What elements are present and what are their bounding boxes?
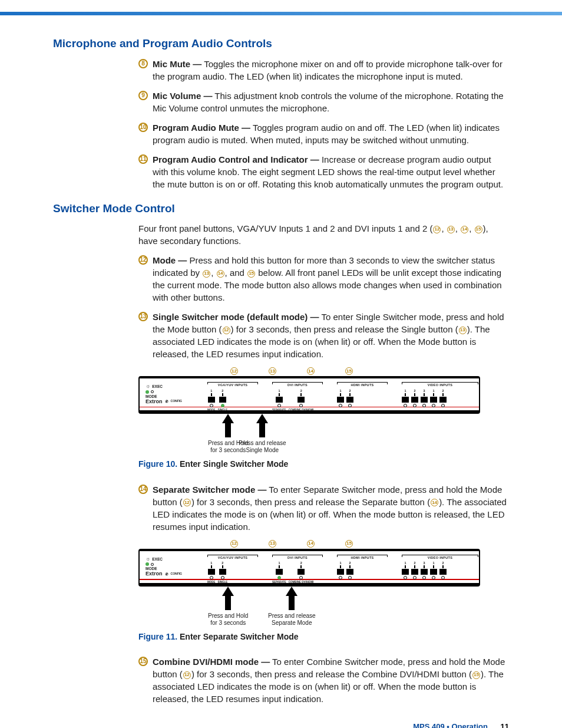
item-8: 8 Mic Mute — Toggles the microphone mixe… bbox=[138, 58, 509, 83]
brand-text: Extron bbox=[146, 398, 163, 406]
ref-14b: 14 bbox=[217, 270, 224, 278]
exec-block: ☼EXEC MODE bbox=[146, 383, 163, 399]
ref-13: 13 bbox=[447, 226, 455, 233]
arrow-single: Press and releaseSingle Mode bbox=[239, 414, 286, 454]
item-13: 13 Single Switcher mode (default mode) —… bbox=[138, 311, 509, 360]
brand-block-2: Extron ⎚ CONFIG bbox=[146, 570, 182, 578]
badge-8: 8 bbox=[138, 59, 148, 68]
intro-pre: Four front panel buttons, VGA/YUV Inputs… bbox=[138, 223, 432, 233]
co-14: 14 bbox=[307, 367, 315, 375]
ref-12b: 12 bbox=[223, 327, 230, 334]
front-panel-2: ☼EXEC MODE Extron ⎚ CONFIG VGA/YUV INPUT… bbox=[138, 549, 480, 587]
badge-9: 9 bbox=[138, 91, 148, 100]
ref-13c: 13 bbox=[459, 327, 467, 334]
term-prog-ctrl: Program Audio Control and Indicator — bbox=[153, 154, 319, 164]
arrow-hold-2: Press and Holdfor 3 seconds bbox=[208, 587, 248, 627]
figure-11-caption: Figure 11. Enter Separate Switcher Mode bbox=[138, 631, 509, 643]
body-comb-b: ) for 3 seconds, then press and release … bbox=[191, 669, 472, 679]
co2-14: 14 bbox=[307, 540, 315, 548]
badge-14: 14 bbox=[138, 485, 148, 494]
item-15: 15 Combine DVI/HDMI mode — To enter Comb… bbox=[138, 655, 509, 705]
co-13: 13 bbox=[269, 367, 276, 375]
ref-14c: 14 bbox=[431, 499, 438, 506]
ref-15b: 15 bbox=[247, 270, 255, 278]
brightness-icon-2: ☼ bbox=[146, 555, 150, 563]
intro-paragraph: Four front panel buttons, VGA/YUV Inputs… bbox=[138, 222, 509, 247]
body-mic-mute: Toggles the microphone mixer on and off … bbox=[153, 59, 503, 81]
item-10: 10 Program Audio Mute — Toggles program … bbox=[138, 121, 509, 146]
grp-video-label: VIDEO INPUTS bbox=[402, 382, 478, 388]
header-stripe bbox=[0, 12, 562, 15]
term-prog-mute: Program Audio Mute — bbox=[153, 123, 250, 133]
item-9: 9 Mic Volume — This adjustment knob cont… bbox=[138, 90, 509, 114]
co2-12: 12 bbox=[230, 540, 238, 548]
anchor-icon-2: ⎚ bbox=[166, 571, 168, 577]
badge-15: 15 bbox=[138, 657, 148, 666]
figure-10-diagram: 12 13 14 15 ☼EXEC MODE Extron ⎚ CONFIG V… bbox=[138, 367, 480, 450]
term-mode: Mode — bbox=[153, 255, 187, 265]
anchor-icon: ⎚ bbox=[166, 398, 168, 404]
ref-12c: 12 bbox=[183, 499, 191, 506]
term-single: Single Switcher mode (default mode) — bbox=[153, 312, 319, 322]
footer-doc: MPS 409 • Operation bbox=[413, 722, 488, 728]
front-panel: ☼EXEC MODE Extron ⎚ CONFIG VGA/YUV INPUT… bbox=[138, 376, 480, 414]
exec-led-off bbox=[151, 390, 154, 393]
body-single-b: ) for 3 seconds, then press and release … bbox=[231, 324, 458, 334]
footer-page: 11 bbox=[501, 722, 509, 728]
co-15: 15 bbox=[345, 367, 353, 375]
ref-13b: 13 bbox=[203, 270, 210, 278]
body-sep-b: ) for 3 seconds, then press and release … bbox=[191, 497, 430, 507]
exec-block-2: ☼EXEC MODE bbox=[146, 555, 163, 572]
config-label: CONFIG bbox=[171, 399, 182, 403]
brand-block: Extron ⎚ CONFIG bbox=[146, 398, 182, 406]
term-mic-vol: Mic Volume — bbox=[153, 91, 212, 101]
item-12: 12 Mode — Press and hold this button for… bbox=[138, 254, 509, 304]
page-footer: MPS 409 • Operation 11 bbox=[53, 722, 509, 728]
arrow-separate: Press and releaseSeparate Mode bbox=[268, 587, 316, 627]
ref-12: 12 bbox=[433, 226, 441, 233]
heading-mic-controls: Microphone and Program Audio Controls bbox=[53, 36, 509, 52]
ref-14: 14 bbox=[461, 226, 468, 233]
heading-switcher-mode: Switcher Mode Control bbox=[53, 201, 509, 217]
badge-12: 12 bbox=[138, 255, 148, 265]
item-14: 14 Separate Switcher mode — To enter Sep… bbox=[138, 483, 509, 533]
term-mic-mute: Mic Mute — bbox=[153, 59, 201, 69]
grp-dvi-label: DVI INPUTS bbox=[272, 382, 323, 388]
brightness-icon: ☼ bbox=[146, 383, 150, 390]
grp-vga-label: VGA/YUV INPUTS bbox=[207, 382, 258, 388]
input-groups: VGA/YUV INPUTS 1MODE 2SINGLE DVI INPUTS … bbox=[207, 382, 474, 411]
badge-10: 10 bbox=[138, 123, 148, 132]
term-separate: Separate Switcher mode — bbox=[153, 485, 266, 495]
grp-hdmi-label: HDMI INPUTS bbox=[337, 382, 388, 388]
figure-11-diagram: 12 13 14 15 ☼EXEC MODE Extron ⎚ CONFIG V… bbox=[138, 540, 480, 623]
figure-10-caption: Figure 10. Enter Single Switcher Mode bbox=[138, 459, 509, 470]
item-11: 11 Program Audio Control and Indicator —… bbox=[138, 153, 509, 190]
ref-15c: 15 bbox=[472, 671, 480, 679]
co2-13: 13 bbox=[269, 540, 276, 548]
badge-11: 11 bbox=[138, 154, 148, 164]
ref-12d: 12 bbox=[183, 671, 191, 679]
term-combine: Combine DVI/HDMI mode — bbox=[153, 657, 270, 667]
co-12: 12 bbox=[230, 367, 238, 375]
badge-13: 13 bbox=[138, 312, 148, 321]
co2-15: 15 bbox=[345, 540, 353, 548]
exec-label: EXEC bbox=[152, 384, 163, 389]
ref-15: 15 bbox=[475, 226, 482, 233]
